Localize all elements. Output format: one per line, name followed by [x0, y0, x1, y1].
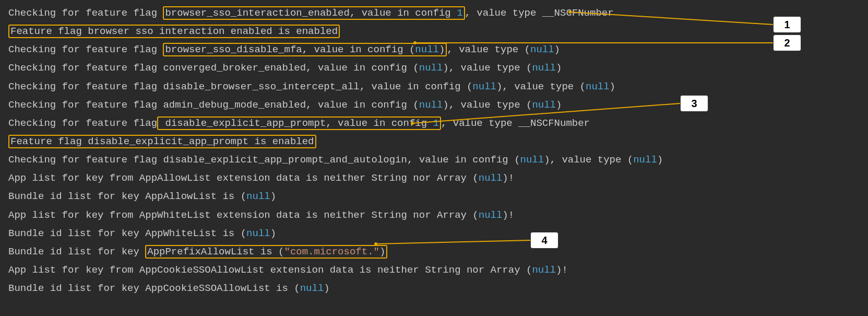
log-line: App list for key from AppAllowList exten… — [8, 169, 860, 188]
log-line: App list for key from AppCookieSSOAllowL… — [8, 261, 860, 279]
highlight-flag-disable-explicit-enabled: Feature flag disable_explicit_app_prompt… — [8, 135, 316, 148]
highlight-flag-disable-explicit-prompt: disable_explicit_app_prompt, value in co… — [157, 116, 441, 130]
log-line: Checking for feature flag disable_explic… — [8, 114, 860, 133]
log-line: Feature flag browser sso interaction ena… — [8, 22, 860, 41]
callout-4: 4 — [530, 232, 558, 249]
callout-2: 2 — [773, 34, 801, 51]
highlight-app-prefix-allowlist: AppPrefixAllowList is ("com.microsoft.") — [145, 245, 387, 259]
log-line: Bundle id list for key AppCookieSSOAllow… — [8, 279, 860, 298]
log-line: Bundle id list for key AppPrefixAllowLis… — [8, 243, 860, 261]
log-line: Bundle id list for key AppWhiteList is (… — [8, 225, 860, 243]
highlight-flag-sso-interaction: browser_sso_interaction_enabled, value i… — [163, 6, 465, 20]
log-line: Checking for feature flag admin_debug_mo… — [8, 96, 860, 114]
highlight-flag-sso-enabled: Feature flag browser sso interaction ena… — [8, 25, 340, 38]
log-line: Checking for feature flag browser_sso_di… — [8, 41, 860, 59]
log-line: Checking for feature flag converged_brok… — [8, 59, 860, 77]
highlight-flag-disable-mfa: browser_sso_disable_mfa, value in config… — [163, 43, 447, 56]
log-line: Checking for feature flag disable_explic… — [8, 151, 860, 169]
log-line: Checking for feature flag disable_browse… — [8, 78, 860, 96]
callout-3: 3 — [680, 95, 708, 112]
log-line: Bundle id list for key AppAllowList is (… — [8, 188, 860, 206]
log-line: App list for key from AppWhiteList exten… — [8, 206, 860, 225]
log-line: Feature flag disable_explicit_app_prompt… — [8, 133, 860, 151]
log-line: Checking for feature flag browser_sso_in… — [8, 4, 860, 22]
callout-1: 1 — [773, 16, 801, 33]
